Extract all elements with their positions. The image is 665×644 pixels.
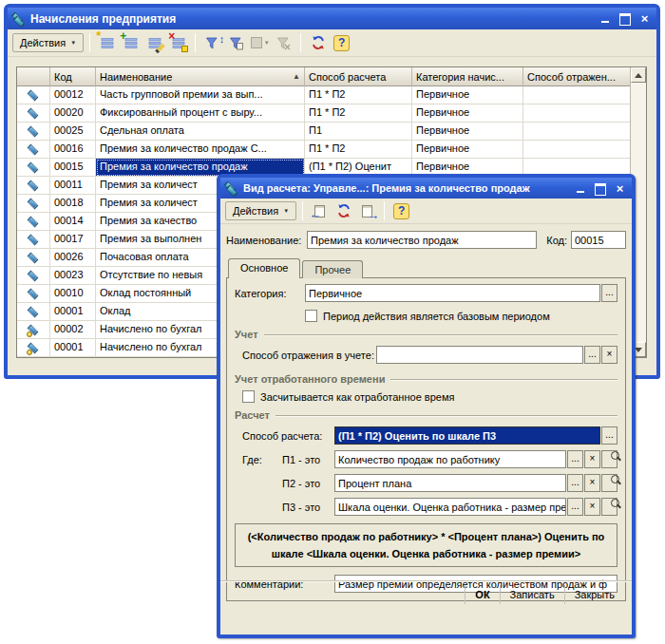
maximize-icon[interactable] [617, 11, 633, 26]
row-reflection[interactable] [523, 141, 646, 159]
column-header-category[interactable]: Категория начис... [412, 67, 523, 86]
column-header-icon[interactable] [17, 67, 50, 86]
reflection-select-button[interactable]: ... [584, 346, 600, 364]
row-reflection[interactable] [523, 86, 646, 104]
category-field[interactable]: Первичное [305, 284, 600, 302]
delete-button[interactable]: × [167, 32, 189, 53]
minimize-icon[interactable] [597, 11, 613, 26]
p1-clear-button[interactable]: × [584, 450, 600, 468]
method-field[interactable]: (П1 * П2) Оценить по шкале П3 [334, 426, 600, 445]
reread-button[interactable]: ← [309, 200, 331, 221]
p3-field[interactable]: Шкала оценки. Оценка работника - размер … [334, 498, 566, 516]
row-method[interactable]: П1 [305, 123, 412, 141]
table-row[interactable]: 00020 Фиксированный процент с выру... П1… [17, 104, 646, 123]
p2-field[interactable]: Процент плана [334, 474, 566, 492]
ok-button[interactable]: ОК [465, 585, 499, 604]
add-group-button[interactable]: + [120, 32, 142, 53]
edit-button[interactable] [143, 32, 165, 53]
dialog-minimize-icon[interactable] [572, 181, 588, 196]
actions-button[interactable]: Действия ▼ [12, 33, 84, 52]
reflection-clear-button[interactable]: × [601, 346, 618, 364]
row-reflection[interactable] [523, 123, 646, 141]
clear-filter-button[interactable] [273, 32, 294, 53]
write-button[interactable]: Записать [500, 585, 564, 604]
filter-by-value-button[interactable] [225, 32, 247, 53]
row-name[interactable]: Фиксированный процент с выру... [96, 104, 305, 123]
dialog-titlebar[interactable]: Вид расчета: Управле...: Премия за колич… [220, 178, 632, 199]
row-code[interactable]: 00015 [50, 159, 96, 177]
main-titlebar[interactable]: Начисления предприятия × [8, 8, 656, 29]
worked-time-checkbox[interactable] [242, 390, 255, 403]
p3-select-button[interactable]: ... [567, 498, 583, 516]
filter-history-button[interactable]: ▼ [249, 32, 271, 53]
table-row[interactable]: 00012 Часть групповой премии за вып... П… [17, 86, 646, 104]
column-header-reflection[interactable]: Способ отражен... [523, 67, 646, 86]
p1-open-button[interactable] [601, 450, 618, 468]
predefined-dot-icon [27, 350, 32, 355]
toolbar-separator [195, 33, 196, 52]
row-code[interactable]: 00026 [50, 249, 96, 267]
row-method[interactable]: П1 * П2 [305, 104, 412, 123]
reflection-field[interactable] [376, 346, 583, 364]
row-method[interactable]: П1 * П2 [305, 86, 412, 104]
row-code[interactable]: 00010 [50, 285, 96, 303]
refresh-button[interactable] [307, 32, 329, 53]
row-code[interactable]: 00025 [50, 123, 96, 141]
row-category[interactable]: Первичное [412, 141, 523, 159]
table-row[interactable]: 00025 Сдельная оплата П1 Первичное [17, 123, 646, 141]
row-code[interactable]: 00001 [50, 303, 96, 321]
row-code[interactable]: 00023 [50, 267, 96, 285]
row-category[interactable]: Первичное [412, 123, 523, 141]
row-code[interactable]: 00017 [50, 231, 96, 249]
row-name[interactable]: Премия за количество продаж С... [96, 141, 305, 159]
dialog-help-button[interactable]: ? [390, 200, 412, 221]
column-header-name[interactable]: Наименование ▲ [96, 67, 305, 86]
where-label: Где: [242, 454, 282, 465]
base-period-checkbox[interactable] [305, 310, 317, 322]
row-code[interactable]: 00011 [50, 177, 96, 195]
close-button[interactable]: Закрыть [564, 585, 624, 604]
dialog-maximize-icon[interactable] [592, 181, 608, 196]
category-select-button[interactable]: ... [601, 284, 618, 302]
row-code[interactable]: 00020 [50, 104, 96, 123]
tab-other[interactable]: Прочее [302, 260, 363, 278]
row-reflection[interactable] [523, 104, 646, 123]
dialog-actions-button[interactable]: Действия ▼ [225, 201, 296, 220]
row-code[interactable]: 00012 [50, 86, 96, 104]
method-select-button[interactable]: ... [601, 426, 618, 445]
go-to-button[interactable]: → [356, 200, 378, 221]
row-category[interactable]: Первичное [412, 86, 523, 104]
p1-select-button[interactable]: ... [567, 450, 583, 468]
name-field[interactable]: Премия за количество продаж [307, 231, 537, 249]
p3-open-button[interactable] [601, 498, 618, 516]
sort-asc-icon: ▲ [293, 72, 300, 81]
row-code[interactable]: 00001 [50, 339, 96, 357]
table-row[interactable]: 00016 Премия за количество продаж С... П… [17, 141, 646, 159]
p2-clear-button[interactable]: × [584, 474, 600, 492]
row-method[interactable]: П1 * П2 [305, 141, 412, 159]
row-code[interactable]: 00014 [50, 213, 96, 231]
row-name[interactable]: Сдельная оплата [96, 123, 305, 141]
sort-filter-button[interactable]: ↕ [201, 32, 223, 53]
p1-field[interactable]: Количество продаж по работнику [334, 450, 566, 468]
row-code[interactable]: 00016 [50, 141, 96, 159]
close-icon[interactable]: × [636, 11, 653, 26]
row-code[interactable]: 00002 [50, 321, 96, 339]
add-item-button[interactable]: * [96, 32, 118, 53]
p2-open-button[interactable] [601, 474, 618, 492]
dialog-close-icon[interactable]: × [612, 181, 628, 196]
p2-select-button[interactable]: ... [567, 474, 583, 492]
p3-clear-button[interactable]: × [584, 498, 600, 516]
tab-main[interactable]: Основное [228, 258, 300, 278]
column-header-method[interactable]: Способ расчета [305, 67, 412, 86]
row-name[interactable]: Часть групповой премии за вып... [96, 86, 305, 104]
code-field[interactable]: 00015 [571, 231, 626, 249]
column-header-code[interactable]: Код [50, 67, 96, 86]
group-worked-time-label: Учет отработанного времени [235, 373, 618, 385]
help-button[interactable]: ? [331, 32, 352, 53]
row-code[interactable]: 00018 [50, 195, 96, 213]
dialog-refresh-button[interactable] [332, 200, 354, 221]
diamond-icon [27, 234, 40, 245]
row-category[interactable]: Первичное [412, 104, 523, 123]
scroll-up-button[interactable] [631, 67, 646, 83]
